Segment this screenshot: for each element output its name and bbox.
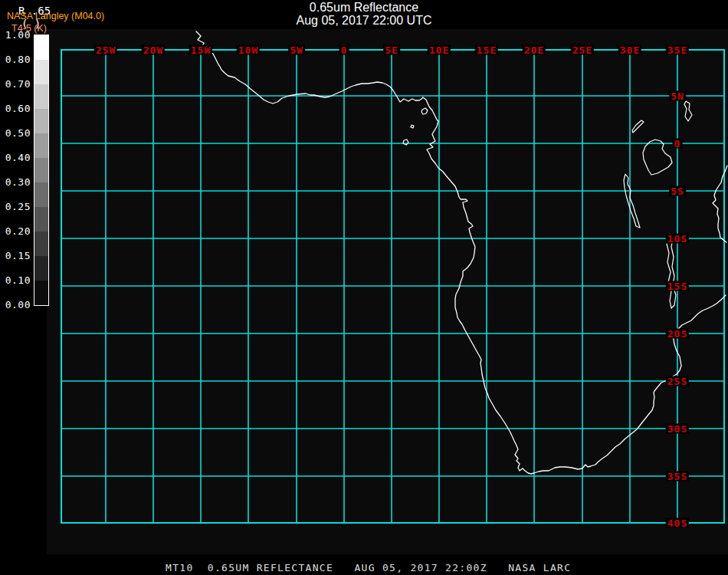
latitude-label: 20S: [666, 329, 689, 339]
latitude-label: 0: [673, 139, 683, 149]
longitude-label: 25E: [571, 45, 594, 55]
colorbar-border: [34, 34, 49, 306]
colorbar-tick-label: 1.00: [3, 29, 31, 41]
colorbar-tick-label: 0.30: [3, 176, 31, 189]
colorbar-tick-label: 0.00: [3, 299, 31, 311]
colorbar-tick-label: 0.10: [3, 274, 31, 287]
coastline-path: [196, 31, 726, 474]
lake-outline: [643, 140, 672, 175]
colorbar-tick-label: 0.60: [3, 103, 31, 115]
longitude-label: 5E: [383, 45, 400, 55]
lake-outline: [624, 174, 640, 228]
lake-outline: [421, 108, 428, 114]
latitude-label: 5S: [669, 186, 686, 196]
colorbar-tick-label: 0.25: [3, 201, 31, 213]
lake-outline: [403, 140, 408, 145]
longitude-label: 20W: [142, 45, 165, 55]
page-title: 0.65um Reflectance: [0, 2, 728, 14]
longitude-label: 35E: [666, 45, 689, 55]
title-block: 0.65um Reflectance Aug 05, 2017 22:00 UT…: [0, 2, 728, 27]
colorbar-tick-label: 0.50: [3, 127, 31, 140]
satellite-image-viewer: { "title": { "line1": "0.65um Reflectanc…: [0, 0, 728, 575]
lake-outline: [684, 101, 692, 121]
coastline-path: [713, 166, 727, 242]
lake-outline: [667, 234, 676, 308]
colorbar-tick-label: 0.40: [3, 152, 31, 164]
latitude-label: 35S: [666, 472, 689, 481]
latitude-label: 5N: [669, 91, 686, 101]
latitude-label: 10S: [666, 234, 689, 244]
colorbar-tick-label: 0.20: [3, 225, 31, 238]
map-graticule-and-coastline: [0, 0, 728, 575]
latitude-label: 40S: [666, 518, 689, 528]
longitude-label: 15E: [475, 45, 498, 55]
lake-outline: [411, 125, 414, 128]
colorbar-tick-label: 0.15: [3, 250, 31, 262]
latitude-label: 30S: [666, 424, 689, 434]
longitude-label: 20E: [523, 45, 546, 55]
longitude-label: 10W: [237, 45, 260, 55]
longitude-label: 5W: [288, 45, 305, 55]
footer-caption: MT10 0.65UM REFLECTANCE AUG 05, 2017 22:…: [166, 562, 571, 573]
longitude-label: 15W: [189, 45, 212, 55]
latitude-label: 25S: [666, 376, 689, 386]
colorbar-tick-label: 0.70: [3, 78, 31, 90]
latitude-label: 15S: [666, 281, 689, 291]
longitude-label: 10E: [428, 45, 451, 55]
colorbar-tick-label: 0.80: [3, 54, 31, 66]
longitude-label: 30E: [618, 45, 641, 55]
longitude-label: 25W: [94, 45, 117, 55]
longitude-label: 0: [339, 45, 349, 55]
lake-outline: [632, 120, 644, 133]
page-subtitle-datetime: Aug 05, 2017 22:00 UTC: [0, 15, 728, 27]
